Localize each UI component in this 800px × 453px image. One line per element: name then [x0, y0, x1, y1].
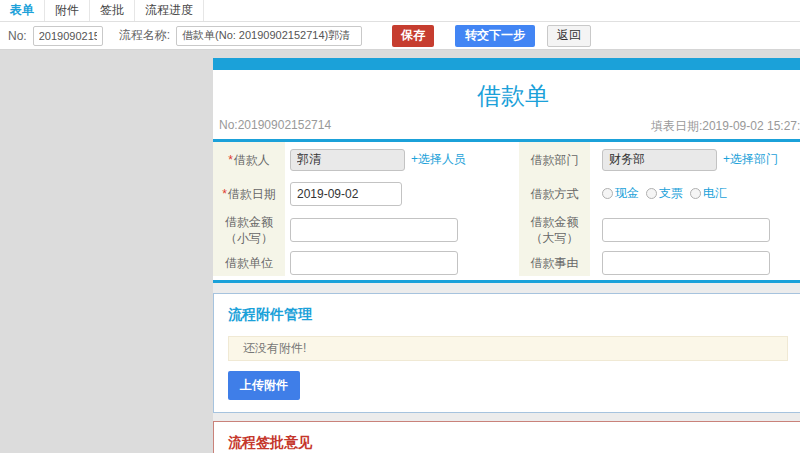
tab-sign[interactable]: 签批: [90, 0, 135, 21]
loan-method-label: 借款方式: [519, 177, 590, 210]
select-person-link[interactable]: +选择人员: [411, 151, 466, 168]
loan-date-label: *借款日期: [213, 177, 285, 210]
tab-bar: 表单 附件 签批 流程进度: [0, 0, 800, 22]
tab-form[interactable]: 表单: [0, 0, 45, 21]
sign-opinion-heading: 流程签批意见: [228, 434, 788, 452]
tab-attachment[interactable]: 附件: [45, 0, 90, 21]
loan-reason-label: 借款事由: [519, 250, 590, 276]
attachment-heading: 流程附件管理: [228, 306, 788, 324]
tab-progress[interactable]: 流程进度: [135, 0, 204, 21]
amount-small-input[interactable]: [290, 218, 458, 242]
loan-unit-label: 借款单位: [213, 250, 285, 276]
amount-small-label: 借款金额（小写）: [213, 210, 285, 250]
save-button[interactable]: 保存: [392, 25, 434, 47]
required-mark: *: [228, 153, 233, 167]
upload-attachment-button[interactable]: 上传附件: [228, 371, 300, 400]
loan-unit-input[interactable]: [290, 251, 458, 275]
department-label: 借款部门: [519, 142, 590, 177]
radio-cash[interactable]: 现金: [602, 185, 639, 202]
form-date-text: 填表日期:2019-09-02 15:27:1: [651, 118, 800, 135]
divider: [213, 280, 800, 283]
department-input[interactable]: [602, 149, 717, 171]
form-row-amounts: 借款金额（小写） 借款金额（大写）: [213, 210, 800, 250]
form-no-text: No:20190902152714: [219, 118, 331, 135]
radio-circle-icon[interactable]: [602, 188, 613, 199]
loan-method-radio-group: 现金 支票 电汇: [602, 185, 734, 202]
attachment-section: 流程附件管理 还没有附件! 上传附件: [213, 293, 800, 413]
forward-next-step-button[interactable]: 转交下一步: [455, 25, 535, 47]
radio-circle-icon[interactable]: [646, 188, 657, 199]
amount-big-label: 借款金额（大写）: [519, 210, 590, 250]
radio-wire[interactable]: 电汇: [690, 185, 727, 202]
form-row-date-method: *借款日期 借款方式 现金 支票 电汇: [213, 177, 800, 210]
no-attachment-alert: 还没有附件!: [228, 336, 788, 361]
amount-big-input[interactable]: [602, 218, 770, 242]
back-button[interactable]: 返回: [547, 25, 591, 47]
select-department-link[interactable]: +选择部门: [723, 151, 778, 168]
radio-cheque[interactable]: 支票: [646, 185, 683, 202]
no-input[interactable]: [33, 26, 103, 46]
required-mark: *: [222, 187, 227, 201]
loan-form-card: 借款单 No:20190902152714 填表日期:2019-09-02 15…: [213, 70, 800, 283]
borrower-label: *借款人: [213, 142, 285, 177]
sign-opinion-section: 流程签批意见 B I abc ✎ ⚑ 12: [213, 421, 800, 453]
no-label: No:: [8, 29, 27, 43]
flow-name-label: 流程名称:: [119, 27, 170, 44]
form-row-unit-reason: 借款单位 借款事由: [213, 250, 800, 280]
panel-top-bar: [213, 58, 800, 70]
action-toolbar: No: 流程名称: 保存 转交下一步 返回: [0, 22, 800, 50]
radio-circle-icon[interactable]: [690, 188, 701, 199]
form-row-borrower: *借款人 +选择人员 借款部门 +选择部门: [213, 142, 800, 177]
loan-reason-input[interactable]: [602, 251, 770, 275]
loan-date-input[interactable]: [290, 182, 402, 206]
borrower-input[interactable]: [290, 149, 405, 171]
flow-name-input[interactable]: [176, 26, 362, 46]
page-title: 借款单: [213, 70, 800, 118]
form-panel: 借款单 No:20190902152714 填表日期:2019-09-02 15…: [213, 58, 800, 453]
